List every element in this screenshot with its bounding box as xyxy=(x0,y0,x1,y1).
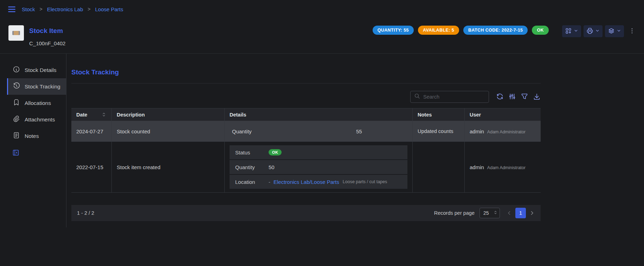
sidebar-item-label: Stock Tracking xyxy=(25,84,60,90)
notes-cell: Updated counts xyxy=(412,121,464,141)
detail-key: Quantity xyxy=(230,128,356,134)
notes-icon xyxy=(13,132,20,140)
table-row[interactable]: 2022-07-15 Stock item created Status OK … xyxy=(71,142,541,193)
date-cell: 2022-07-15 xyxy=(71,142,111,192)
paperclip-icon xyxy=(13,115,20,124)
detail-key: Quantity xyxy=(235,164,269,170)
refresh-icon xyxy=(496,93,504,101)
location-link[interactable]: Electronics Lab/Loose Parts xyxy=(273,179,339,185)
column-header-label: Description xyxy=(117,112,145,118)
breadcrumb-electronics-lab[interactable]: Electronics Lab xyxy=(47,6,83,12)
records-per-page-label: Records per page xyxy=(434,210,475,216)
detail-entry-status: Status OK xyxy=(230,145,407,159)
column-header-details: Details xyxy=(224,108,412,121)
user-info: admin Adam Administrator xyxy=(470,164,526,170)
user-cell: admin Adam Administrator xyxy=(464,121,541,141)
date-value: 2022-07-15 xyxy=(76,164,103,170)
username: admin xyxy=(470,164,484,170)
more-options-button[interactable] xyxy=(629,25,636,37)
print-actions-icon xyxy=(586,27,593,35)
sidebar-collapse-button[interactable] xyxy=(12,149,20,158)
detail-entry-location: Location - Electronics Lab/Loose Parts L… xyxy=(230,175,407,189)
breadcrumb-stock[interactable]: Stock xyxy=(22,6,35,12)
page-header-right: QUANTITY: 55 AVAILABLE: 5 BATCH CODE: 20… xyxy=(373,25,636,37)
table-toolbar xyxy=(71,91,541,103)
page-body: Stock Details Stock Tracking Allocations… xyxy=(0,54,644,227)
download-button[interactable] xyxy=(533,93,541,101)
refresh-button[interactable] xyxy=(496,93,504,101)
barcode-actions-icon xyxy=(565,27,572,35)
page-1-button[interactable]: 1 xyxy=(515,208,526,218)
detail-value: 50 xyxy=(269,164,275,170)
search-icon xyxy=(414,93,420,101)
column-header-description[interactable]: Description xyxy=(111,108,224,121)
user-fullname: Adam Administrator xyxy=(487,129,526,134)
table-footer: 1 - 2 / 2 Records per page 25 1 xyxy=(71,205,541,221)
details-subtable: Status OK Quantity 50 Location - Electro… xyxy=(230,142,407,192)
record-range: 1 - 2 / 2 xyxy=(77,210,94,216)
batch-code-badge: BATCH CODE: 2022-7-15 xyxy=(463,26,528,35)
page-size-value: 25 xyxy=(483,210,489,216)
stock-operations-button[interactable] xyxy=(605,25,624,37)
adjustments-icon xyxy=(508,93,516,101)
status-badges: QUANTITY: 55 AVAILABLE: 5 BATCH CODE: 20… xyxy=(373,26,549,35)
sort-icon[interactable] xyxy=(101,112,107,117)
description-cell: Stock counted xyxy=(111,121,224,141)
more-options-icon xyxy=(629,27,636,35)
detail-entry: Quantity 55 xyxy=(230,128,407,134)
selector-icon xyxy=(493,210,498,216)
column-header-date[interactable]: Date xyxy=(71,108,111,121)
location-caption: Loose parts / cut tapes xyxy=(343,179,387,184)
table-row[interactable]: 2024-07-27 Stock counted Quantity 55 Upd… xyxy=(71,121,541,142)
panel-heading: Stock Tracking xyxy=(71,68,541,76)
header-actions xyxy=(562,25,636,37)
detail-key: Location xyxy=(235,179,269,185)
detail-value: 55 xyxy=(356,128,362,134)
ok-status-badge: OK xyxy=(269,149,282,155)
user-fullname: Adam Administrator xyxy=(487,165,526,170)
chevron-down-icon xyxy=(617,28,621,34)
date-cell: 2024-07-27 xyxy=(71,121,111,141)
search-input[interactable] xyxy=(423,94,485,100)
info-icon xyxy=(13,66,20,74)
breadcrumb-separator: > xyxy=(88,6,90,12)
filter-button[interactable] xyxy=(521,93,528,101)
table-footer-right: Records per page 25 1 xyxy=(434,208,535,218)
menu-icon[interactable] xyxy=(7,5,17,14)
column-header-label: Details xyxy=(230,112,246,118)
sidebar-item-notes[interactable]: Notes xyxy=(7,128,66,144)
sidebar-collapse-icon xyxy=(12,152,20,158)
page-header-left: Stock Item C_100nF_0402 xyxy=(8,25,65,46)
sidebar-item-stock-details[interactable]: Stock Details xyxy=(7,62,66,78)
sidebar: Stock Details Stock Tracking Allocations… xyxy=(0,54,66,227)
column-header-label: Notes xyxy=(418,112,432,118)
sidebar-item-allocations[interactable]: Allocations xyxy=(7,95,66,111)
username: admin xyxy=(470,128,484,134)
page-header: Stock Item C_100nF_0402 QUANTITY: 55 AVA… xyxy=(0,18,644,53)
dash-separator: - xyxy=(269,179,270,185)
column-header-label: Date xyxy=(76,112,87,118)
records-per-page-select[interactable]: 25 xyxy=(479,208,500,218)
sidebar-item-stock-tracking[interactable]: Stock Tracking xyxy=(7,78,66,95)
sidebar-item-attachments[interactable]: Attachments xyxy=(7,111,66,128)
user-info: admin Adam Administrator xyxy=(470,128,526,134)
barcode-actions-button[interactable] xyxy=(562,25,581,37)
stock-item-name: C_100nF_0402 xyxy=(29,40,65,46)
breadcrumb: Stock > Electronics Lab > Loose Parts xyxy=(22,6,123,12)
breadcrumb-loose-parts[interactable]: Loose Parts xyxy=(95,6,123,12)
stock-item-thumbnail[interactable] xyxy=(8,25,24,41)
detail-entry-quantity: Quantity 50 xyxy=(230,160,407,174)
user-cell: admin Adam Administrator xyxy=(464,142,541,192)
capacitor-image xyxy=(12,31,20,35)
table-options-button[interactable] xyxy=(508,93,516,101)
table-header-row: Date Description Details Notes User xyxy=(71,108,541,121)
chevron-down-icon xyxy=(595,28,600,34)
print-actions-button[interactable] xyxy=(584,25,603,37)
notes-value: Updated counts xyxy=(418,128,453,134)
topbar: Stock > Electronics Lab > Loose Parts xyxy=(0,0,644,18)
next-page-button[interactable] xyxy=(529,210,535,216)
quantity-badge: QUANTITY: 55 xyxy=(373,26,414,35)
page-titles: Stock Item C_100nF_0402 xyxy=(29,25,65,46)
details-cell: Status OK Quantity 50 Location - Electro… xyxy=(224,142,412,192)
previous-page-button[interactable] xyxy=(506,210,513,216)
